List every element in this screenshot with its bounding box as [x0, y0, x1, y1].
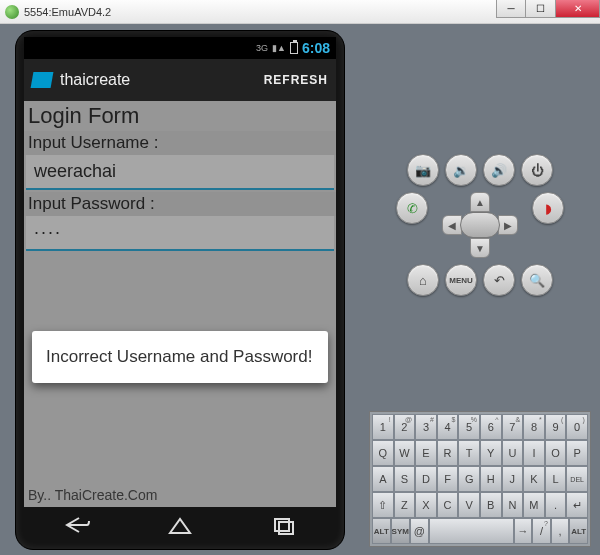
android-status-bar: 3G ▮▲ 6:08 — [24, 37, 336, 59]
key-V[interactable]: V — [458, 492, 480, 518]
key-DEL[interactable]: DEL — [566, 466, 588, 492]
nav-home-button[interactable] — [165, 515, 195, 535]
key-ALT[interactable]: ALT — [372, 518, 391, 544]
status-time: 6:08 — [302, 40, 330, 56]
key-.[interactable]: . — [545, 492, 567, 518]
menu-button[interactable]: MENU — [445, 264, 477, 296]
hw-back-button[interactable]: ↶ — [483, 264, 515, 296]
key-/[interactable]: /? — [532, 518, 551, 544]
key-1[interactable]: 1! — [372, 414, 394, 440]
dpad-left[interactable]: ◀ — [442, 215, 462, 235]
content-area: Login Form Input Username : weerachai In… — [24, 101, 336, 507]
dpad-center[interactable] — [460, 212, 500, 238]
dpad-right[interactable]: ▶ — [498, 215, 518, 235]
key-,[interactable]: , — [551, 518, 570, 544]
key-SYM[interactable]: SYM — [391, 518, 410, 544]
key-Q[interactable]: Q — [372, 440, 394, 466]
key-X[interactable]: X — [415, 492, 437, 518]
volume-down-button[interactable]: 🔉 — [445, 154, 477, 186]
call-button[interactable]: ✆ — [396, 192, 428, 224]
hardware-keyboard: 1!2@3#4$5%6^7&8*9(0) QWERTYUIOP ASDFGHJK… — [369, 411, 591, 547]
signal-icon: ▮▲ — [272, 43, 286, 53]
key-P[interactable]: P — [566, 440, 588, 466]
key-2[interactable]: 2@ — [394, 414, 416, 440]
svg-rect-0 — [275, 519, 289, 531]
key-M[interactable]: M — [523, 492, 545, 518]
volume-up-button[interactable]: 🔊 — [483, 154, 515, 186]
nav-back-button[interactable] — [61, 515, 91, 535]
home-button[interactable]: ⌂ — [407, 264, 439, 296]
window-minimize-button[interactable]: ─ — [496, 0, 526, 18]
key-4[interactable]: 4$ — [437, 414, 459, 440]
key-8[interactable]: 8* — [523, 414, 545, 440]
key-J[interactable]: J — [502, 466, 524, 492]
key-W[interactable]: W — [394, 440, 416, 466]
key-D[interactable]: D — [415, 466, 437, 492]
key-→[interactable]: → — [514, 518, 533, 544]
key-ALT[interactable]: ALT — [569, 518, 588, 544]
key-H[interactable]: H — [480, 466, 502, 492]
svg-rect-1 — [279, 522, 293, 534]
key-G[interactable]: G — [458, 466, 480, 492]
key-6[interactable]: 6^ — [480, 414, 502, 440]
key-T[interactable]: T — [458, 440, 480, 466]
power-button[interactable]: ⏻ — [521, 154, 553, 186]
dpad-down[interactable]: ▼ — [470, 238, 490, 258]
controls-panel: 📷 🔉 🔊 ⏻ ✆ ▲ ▼ ◀ ▶ ◗ ⌂ MENU ↶ — [360, 24, 600, 555]
window-title: 5554:EmuAVD4.2 — [24, 6, 496, 18]
refresh-button[interactable]: REFRESH — [264, 73, 328, 87]
android-nav-bar — [24, 507, 336, 543]
app-title: thaicreate — [60, 71, 264, 89]
network-indicator: 3G — [256, 43, 268, 53]
key-F[interactable]: F — [437, 466, 459, 492]
key-I[interactable]: I — [523, 440, 545, 466]
key-5[interactable]: 5% — [458, 414, 480, 440]
emulator-body: 3G ▮▲ 6:08 thaicreate REFRESH Login Form… — [0, 24, 600, 555]
app-logo-icon — [31, 72, 54, 88]
key-Y[interactable]: Y — [480, 440, 502, 466]
key-⇧[interactable]: ⇧ — [372, 492, 394, 518]
key-N[interactable]: N — [502, 492, 524, 518]
key-9[interactable]: 9( — [545, 414, 567, 440]
key-S[interactable]: S — [394, 466, 416, 492]
camera-button[interactable]: 📷 — [407, 154, 439, 186]
phone-screen: 3G ▮▲ 6:08 thaicreate REFRESH Login Form… — [24, 37, 336, 507]
phone-frame: 3G ▮▲ 6:08 thaicreate REFRESH Login Form… — [15, 30, 345, 550]
toast-message: Incorrect Username and Password! — [46, 347, 312, 366]
key-K[interactable]: K — [523, 466, 545, 492]
emulator-app-icon — [5, 5, 19, 19]
key-O[interactable]: O — [545, 440, 567, 466]
key-A[interactable]: A — [372, 466, 394, 492]
key-U[interactable]: U — [502, 440, 524, 466]
key-@[interactable]: @ — [410, 518, 429, 544]
modal-scrim[interactable] — [24, 101, 336, 507]
key-C[interactable]: C — [437, 492, 459, 518]
window-titlebar: 5554:EmuAVD4.2 ─ ☐ ✕ — [0, 0, 600, 24]
dpad: ▲ ▼ ◀ ▶ — [436, 192, 524, 258]
key-7[interactable]: 7& — [502, 414, 524, 440]
search-button[interactable]: 🔍 — [521, 264, 553, 296]
key-0[interactable]: 0) — [566, 414, 588, 440]
key-↵[interactable]: ↵ — [566, 492, 588, 518]
hardware-buttons: 📷 🔉 🔊 ⏻ ✆ ▲ ▼ ◀ ▶ ◗ ⌂ MENU ↶ — [385, 154, 575, 302]
window-maximize-button[interactable]: ☐ — [526, 0, 556, 18]
key-space[interactable] — [429, 518, 514, 544]
action-bar: thaicreate REFRESH — [24, 59, 336, 101]
nav-recent-button[interactable] — [269, 515, 299, 535]
dpad-up[interactable]: ▲ — [470, 192, 490, 212]
key-R[interactable]: R — [437, 440, 459, 466]
key-Z[interactable]: Z — [394, 492, 416, 518]
key-B[interactable]: B — [480, 492, 502, 518]
key-E[interactable]: E — [415, 440, 437, 466]
key-3[interactable]: 3# — [415, 414, 437, 440]
key-L[interactable]: L — [545, 466, 567, 492]
error-toast: Incorrect Username and Password! — [32, 331, 328, 383]
window-close-button[interactable]: ✕ — [556, 0, 600, 18]
phone-panel: 3G ▮▲ 6:08 thaicreate REFRESH Login Form… — [0, 24, 360, 555]
end-call-button[interactable]: ◗ — [532, 192, 564, 224]
battery-icon — [290, 42, 298, 54]
